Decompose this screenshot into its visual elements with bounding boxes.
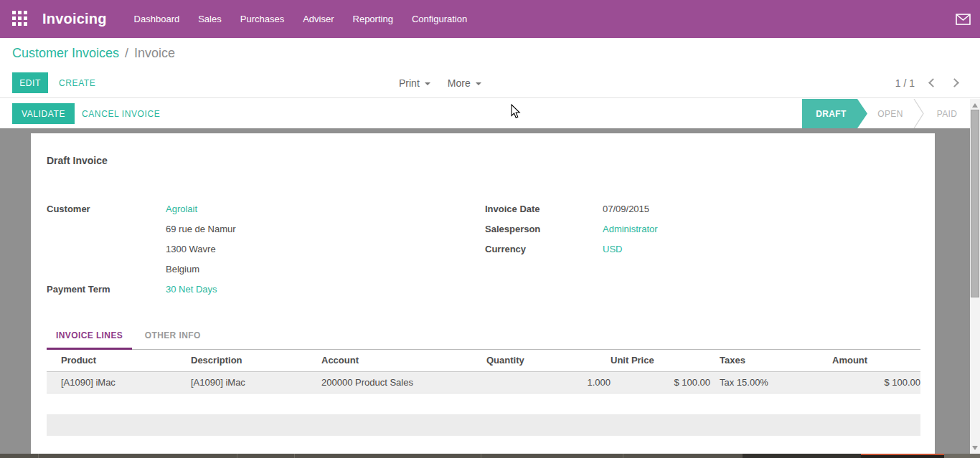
col-quantity: Quantity [486, 350, 611, 371]
state-open[interactable]: OPEN [867, 99, 913, 128]
menu-sales[interactable]: Sales [198, 14, 222, 24]
breadcrumb: Customer Invoices / Invoice [0, 38, 980, 68]
statusbar-states: DRAFT OPEN PAID [802, 99, 970, 128]
scroll-down-icon[interactable] [972, 446, 978, 450]
col-account: Account [321, 350, 486, 371]
salesperson-link[interactable]: Administrator [603, 224, 658, 234]
messages-envelope-icon[interactable] [956, 14, 971, 25]
col-taxes: Taxes [710, 350, 832, 371]
table-header-row: Product Description Account Quantity Uni… [47, 350, 920, 371]
customer-label: Customer [47, 204, 166, 214]
cell-amount: $ 100.00 [832, 371, 920, 393]
menu-dashboard[interactable]: Dashboard [134, 14, 180, 24]
payment-term-label: Payment Term [47, 284, 166, 295]
cell-taxes: Tax 15.00% [710, 371, 832, 393]
top-navbar: Invoicing Dashboard Sales Purchases Advi… [0, 0, 980, 38]
currency-link[interactable]: USD [603, 244, 622, 254]
apps-grid-icon[interactable] [12, 11, 29, 27]
taskbar-segment [743, 454, 861, 458]
customer-address-street: 69 rue de Namur [166, 224, 236, 234]
vertical-scrollbar[interactable] [970, 99, 980, 454]
more-dropdown[interactable]: More [448, 77, 481, 89]
cell-unit-price: $ 100.00 [611, 371, 710, 393]
notebook-tabs: INVOICE LINES OTHER INFO [47, 324, 920, 350]
col-description: Description [191, 350, 321, 371]
state-draft[interactable]: DRAFT [802, 99, 867, 128]
control-bar: EDIT CREATE Print More 1 / 1 [0, 68, 980, 98]
pager-next-icon[interactable] [950, 78, 959, 87]
validate-button[interactable]: VALIDATE [12, 103, 75, 124]
form-view-background: Draft Invoice Customer Agrolait 69 rue d… [0, 128, 970, 454]
cell-description: [A1090] iMac [191, 371, 321, 393]
taskbar-active-segment [861, 454, 944, 458]
pager-previous-icon[interactable] [928, 78, 938, 87]
col-amount: Amount [832, 350, 920, 371]
breadcrumb-current: Invoice [134, 46, 175, 61]
create-button[interactable]: CREATE [53, 72, 101, 93]
menu-configuration[interactable]: Configuration [412, 14, 467, 24]
salesperson-label: Salesperson [485, 224, 603, 234]
customer-address-country: Belgium [166, 264, 199, 275]
chevron-down-icon [425, 82, 430, 85]
pager-count: 1 / 1 [895, 77, 915, 89]
field-group-right: Invoice Date 07/09/2015 Salesperson Admi… [485, 199, 887, 259]
main-menu: Dashboard Sales Purchases Adviser Report… [134, 14, 468, 24]
app-name: Invoicing [42, 11, 107, 27]
col-product: Product [47, 350, 191, 371]
invoice-title: Draft Invoice [47, 155, 108, 166]
payment-term-link[interactable]: 30 Net Days [166, 284, 217, 295]
menu-reporting[interactable]: Reporting [353, 14, 393, 24]
table-row[interactable]: [A1090] iMac [A1090] iMac 200000 Product… [47, 371, 920, 393]
menu-purchases[interactable]: Purchases [240, 14, 284, 24]
scrollbar-thumb[interactable] [971, 110, 979, 297]
breadcrumb-parent[interactable]: Customer Invoices [12, 46, 119, 61]
pager: 1 / 1 [895, 68, 958, 97]
cell-account: 200000 Product Sales [321, 371, 486, 393]
state-paid[interactable]: PAID [924, 99, 970, 128]
invoice-date-label: Invoice Date [485, 204, 603, 214]
invoice-lines-table: Product Description Account Quantity Uni… [47, 350, 920, 393]
action-dropdowns: Print More [399, 68, 481, 97]
statusbar: VALIDATE CANCEL INVOICE DRAFT OPEN PAID [0, 99, 980, 128]
cell-quantity: 1.000 [486, 371, 611, 393]
breadcrumb-separator: / [125, 46, 128, 61]
cell-product: [A1090] iMac [47, 371, 191, 393]
taskbar-sliver [0, 454, 980, 458]
totals-placeholder [47, 414, 920, 436]
chevron-down-icon [476, 82, 481, 85]
customer-link[interactable]: Agrolait [166, 204, 197, 214]
cancel-invoice-button[interactable]: CANCEL INVOICE [74, 103, 168, 124]
scroll-up-icon[interactable] [972, 103, 978, 108]
field-group-left: Customer Agrolait 69 rue de Namur 1300 W… [47, 199, 448, 299]
print-dropdown[interactable]: Print [399, 77, 430, 89]
tab-invoice-lines[interactable]: INVOICE LINES [47, 324, 132, 350]
invoice-sheet: Draft Invoice Customer Agrolait 69 rue d… [31, 133, 935, 454]
customer-address-city: 1300 Wavre [166, 244, 216, 254]
edit-button[interactable]: EDIT [12, 72, 48, 93]
taskbar-segment [944, 454, 980, 458]
invoicing-app-window: Invoicing Dashboard Sales Purchases Advi… [0, 0, 980, 458]
col-unit-price: Unit Price [611, 350, 710, 371]
invoice-date-value: 07/09/2015 [603, 204, 649, 214]
state-separator-icon [913, 99, 924, 128]
menu-adviser[interactable]: Adviser [303, 14, 334, 24]
currency-label: Currency [485, 244, 603, 254]
tab-other-info[interactable]: OTHER INFO [136, 324, 210, 350]
